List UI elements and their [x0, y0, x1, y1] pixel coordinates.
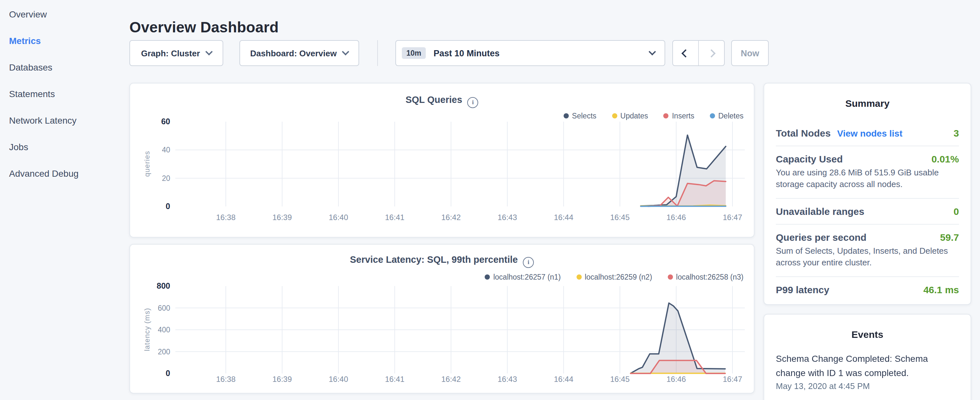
x-tick-label: 16:45 — [610, 375, 630, 384]
sidebar-item-jobs[interactable]: Jobs — [0, 134, 129, 161]
summary-row: Capacity Used0.01%You are using 28.6 MiB… — [776, 146, 959, 199]
summary-row-label: Unavailable ranges — [776, 206, 864, 217]
dashboard-dropdown[interactable]: Dashboard: Overview — [239, 40, 359, 66]
chevron-left-icon — [681, 49, 689, 57]
chevron-down-icon — [205, 48, 213, 56]
x-tick-label: 16:38 — [216, 213, 235, 222]
y-tick-label: 0 — [165, 369, 170, 378]
y-tick-label: 200 — [158, 347, 170, 356]
events-panel: Events Schema Change Completed: Schema c… — [764, 314, 971, 400]
x-tick-label: 16:44 — [554, 375, 573, 384]
now-button[interactable]: Now — [731, 40, 769, 66]
summary-row-label: P99 latency — [776, 284, 829, 295]
y-tick-label: 60 — [161, 117, 170, 126]
y-tick-label: 40 — [162, 146, 170, 154]
x-tick-label: 16:42 — [441, 213, 461, 222]
summary-row-label: Queries per second — [776, 232, 866, 243]
y-tick-label: 600 — [158, 304, 170, 312]
summary-row-label: Total Nodes — [776, 127, 830, 139]
y-tick-label: 0 — [165, 202, 170, 211]
summary-row-value: 0.01% — [931, 153, 959, 164]
chevron-right-icon — [707, 49, 715, 57]
summary-row-label: Capacity Used — [776, 153, 843, 164]
event-item[interactable]: Schema Change Completed: Schema change w… — [776, 351, 959, 391]
y-tick-label: 400 — [158, 325, 170, 334]
x-tick-label: 16:43 — [498, 213, 517, 222]
sidebar-item-metrics[interactable]: Metrics — [0, 28, 129, 54]
vertical-divider — [377, 40, 378, 66]
time-back-button[interactable] — [673, 41, 698, 65]
summary-row-value: 59.7 — [940, 232, 959, 243]
x-tick-label: 16:47 — [723, 213, 742, 222]
summary-row: P99 latency46.1 ms — [776, 277, 959, 302]
sidebar-item-network-latency[interactable]: Network Latency — [0, 107, 129, 134]
x-tick-label: 16:41 — [385, 375, 404, 384]
x-tick-label: 16:44 — [554, 213, 573, 222]
controls-bar: Graph: Cluster Dashboard: Overview 10m P… — [129, 40, 769, 66]
summary-row: Queries per second59.7Sum of Selects, Up… — [776, 225, 959, 277]
summary-row-value: 0 — [953, 206, 959, 217]
chevron-down-icon — [649, 48, 656, 56]
x-tick-label: 16:45 — [610, 213, 630, 222]
sidebar-item-advanced-debug[interactable]: Advanced Debug — [0, 161, 129, 187]
x-tick-label: 16:46 — [667, 213, 686, 222]
chevron-down-icon — [342, 48, 349, 56]
summary-row-description: You are using 28.6 MiB of 515.9 GiB usab… — [776, 167, 959, 191]
y-tick-label: 800 — [157, 281, 170, 290]
sidebar-item-databases[interactable]: Databases — [0, 54, 129, 81]
events-title: Events — [776, 329, 959, 340]
x-tick-label: 16:39 — [272, 375, 292, 384]
x-tick-label: 16:41 — [385, 213, 404, 222]
x-tick-label: 16:42 — [441, 375, 461, 384]
y-axis-title: latency (ms) — [143, 308, 151, 351]
service-latency-chart[interactable]: 16:3816:3916:4016:4116:4216:4316:4416:45… — [130, 245, 754, 393]
page-title: Overview Dashboard — [129, 18, 278, 37]
x-tick-label: 16:46 — [667, 375, 686, 384]
summary-rows: Total NodesView nodes list3Capacity Used… — [776, 120, 959, 302]
time-range-selector[interactable]: 10m Past 10 Minutes — [395, 40, 665, 66]
x-tick-label: 16:43 — [498, 375, 517, 384]
y-axis-title: queries — [143, 151, 151, 177]
sidebar-nav: OverviewMetricsDatabasesStatementsNetwor… — [0, 0, 129, 187]
x-tick-label: 16:40 — [329, 213, 348, 222]
sidebar-item-statements[interactable]: Statements — [0, 81, 129, 107]
summary-row-value: 3 — [953, 127, 959, 139]
x-tick-label: 16:39 — [272, 213, 292, 222]
graph-dropdown[interactable]: Graph: Cluster — [129, 40, 223, 66]
dashboard-dropdown-label: Dashboard: Overview — [250, 48, 336, 58]
sql-queries-chart-panel: SQL Queriesi SelectsUpdatesInsertsDelete… — [129, 83, 754, 237]
summary-row: Unavailable ranges0 — [776, 199, 959, 225]
summary-row-value: 46.1 ms — [923, 284, 959, 295]
events-list: Schema Change Completed: Schema change w… — [776, 351, 959, 391]
time-range-badge: 10m — [402, 47, 426, 59]
time-range-label: Past 10 Minutes — [434, 48, 500, 58]
x-tick-label: 16:40 — [329, 375, 348, 384]
view-nodes-list-link[interactable]: View nodes list — [837, 128, 902, 139]
db-console-metrics-page: OverviewMetricsDatabasesStatementsNetwor… — [0, 0, 980, 400]
summary-row-description: Sum of Selects, Updates, Inserts, and De… — [776, 245, 959, 269]
event-timestamp: May 13, 2020 at 4:45 PM — [776, 381, 959, 391]
service-latency-chart-panel: Service Latency: SQL, 99th percentilei l… — [129, 244, 754, 394]
summary-row: Total NodesView nodes list3 — [776, 120, 959, 146]
graph-dropdown-label: Graph: Cluster — [141, 48, 200, 58]
x-tick-label: 16:38 — [216, 375, 235, 384]
summary-title: Summary — [776, 98, 959, 109]
time-step-buttons — [672, 40, 725, 66]
event-text: Schema Change Completed: Schema change w… — [776, 351, 959, 380]
summary-panel: Summary Total NodesView nodes list3Capac… — [764, 83, 971, 305]
x-tick-label: 16:47 — [723, 375, 742, 384]
time-forward-button[interactable] — [698, 41, 724, 65]
sql-queries-chart[interactable]: 16:3816:3916:4016:4116:4216:4316:4416:45… — [130, 83, 754, 237]
sidebar-item-overview[interactable]: Overview — [0, 1, 129, 28]
y-tick-label: 20 — [162, 174, 170, 183]
